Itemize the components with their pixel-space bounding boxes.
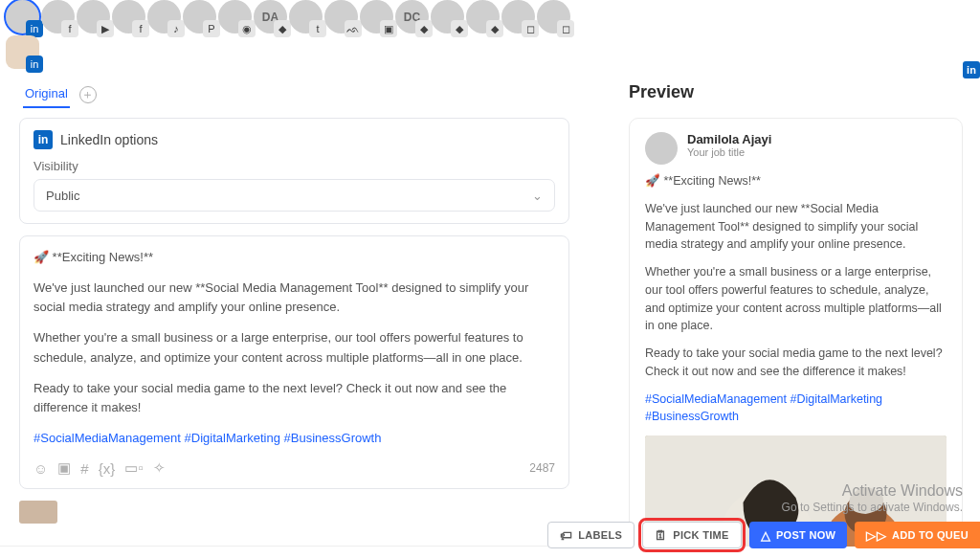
preview-paragraph: We've just launched our new **Social Med… — [645, 200, 947, 254]
account-avatar[interactable]: ◻ — [537, 0, 570, 33]
visibility-select[interactable]: Public ⌄ — [33, 179, 555, 212]
linkedin-icon: in — [33, 130, 53, 149]
account-avatar[interactable]: f — [112, 0, 145, 33]
preview-heading: Preview — [629, 75, 963, 118]
preview-avatar — [645, 132, 678, 165]
account-avatar[interactable]: ◉ — [218, 0, 252, 33]
editor-toolbar: ☺ ▣ # {x} ▭▫ ✧ 2487 — [33, 459, 555, 477]
account-avatar[interactable]: ◻ — [501, 0, 535, 33]
account-avatar[interactable]: P — [183, 0, 216, 33]
preview-name: Damilola Ajayi — [687, 132, 771, 146]
instagram-icon: ◻ — [557, 20, 574, 37]
chevron-down-icon: ⌄ — [532, 189, 543, 203]
flipboard-icon: ▣ — [380, 20, 397, 37]
facebook-icon: f — [132, 20, 149, 37]
post-now-button[interactable]: △ POST NOW — [749, 522, 848, 548]
add-to-queue-button[interactable]: ▷▷ ADD TO QUEU — [855, 522, 980, 548]
linkedin-badge-icon: in — [963, 61, 980, 78]
preview-hashtags: #SocialMediaManagement #DigitalMarketing… — [645, 391, 947, 427]
tab-original[interactable]: Original — [23, 80, 70, 108]
account-avatar[interactable]: in — [6, 0, 39, 33]
post-editor[interactable]: 🚀 **Exciting News!** We've just launched… — [19, 235, 569, 489]
linkedin-page-avatar[interactable]: in — [6, 35, 39, 69]
visibility-label: Visibility — [33, 159, 555, 173]
reddit-icon: ◉ — [238, 20, 256, 37]
brand-icon: ◆ — [415, 20, 433, 37]
ai-icon[interactable]: ✧ — [153, 459, 166, 477]
emoji-icon[interactable]: ☺ — [33, 460, 48, 477]
account-avatar[interactable]: DC◆ — [395, 0, 429, 33]
hashtag-icon[interactable]: # — [80, 460, 88, 477]
visibility-value: Public — [46, 189, 79, 203]
preview-paragraph: Ready to take your social media game to … — [645, 345, 947, 381]
post-paragraph: Whether you're a small business or a lar… — [33, 328, 555, 367]
preview-subtitle: Your job title — [687, 146, 771, 158]
instagram-icon: ◻ — [522, 20, 539, 37]
account-avatar[interactable]: ᨒ — [324, 0, 358, 33]
post-paragraph: Ready to take your social media game to … — [33, 379, 555, 417]
post-hashtags: #SocialMediaManagement #DigitalMarketing… — [33, 429, 555, 448]
account-avatar[interactable]: ▶ — [77, 0, 110, 33]
char-count: 2487 — [529, 461, 555, 475]
post-headline: 🚀 **Exciting News!** — [33, 248, 555, 267]
watermark-line1: Activate Windows — [782, 481, 963, 502]
action-bar: 🏷 LABELS 🗓 PICK TIME △ POST NOW ▷▷ ADD T… — [547, 518, 980, 552]
image-icon[interactable]: ▣ — [57, 459, 71, 477]
variable-icon[interactable]: {x} — [99, 460, 116, 477]
bluesky-icon: ᨒ — [345, 20, 362, 37]
account-avatar[interactable]: DA◆ — [254, 0, 287, 33]
preview-paragraph: Whether you're a small business or a lar… — [645, 263, 947, 335]
snippet-icon[interactable]: ▭▫ — [124, 459, 143, 477]
account-avatar[interactable]: ▣ — [360, 0, 393, 33]
post-paragraph: We've just launched our new **Social Med… — [33, 279, 555, 317]
linkedin-options-panel: in LinkedIn options Visibility Public ⌄ — [19, 118, 569, 224]
brand-icon: ◆ — [451, 20, 468, 37]
linkedin-options-title: LinkedIn options — [60, 132, 158, 147]
calendar-icon: 🗓 — [655, 528, 667, 543]
warning-icon: △ — [761, 528, 770, 543]
facebook-icon: f — [61, 20, 78, 37]
labels-button[interactable]: 🏷 LABELS — [547, 522, 635, 548]
preview-headline: 🚀 **Exciting News!** — [645, 172, 947, 190]
windows-watermark: Activate Windows Go to Settings to activ… — [782, 481, 963, 516]
youtube-icon: ▶ — [97, 20, 114, 37]
brand-icon: ◆ — [486, 20, 503, 37]
attachment-row — [19, 501, 569, 524]
linkedin-icon: in — [26, 56, 43, 73]
fast-forward-icon: ▷▷ — [866, 528, 886, 543]
tiktok-icon: ♪ — [167, 20, 185, 37]
account-avatar[interactable]: ◆ — [431, 0, 464, 33]
pinterest-icon: P — [203, 20, 220, 37]
tag-icon: 🏷 — [560, 528, 572, 543]
account-avatar[interactable]: t — [289, 0, 323, 33]
brand-icon: ◆ — [274, 20, 291, 37]
account-avatar[interactable]: f — [41, 0, 75, 33]
add-tab-button[interactable]: ＋ — [79, 86, 97, 103]
attachment-thumb[interactable] — [19, 501, 57, 524]
account-avatar[interactable]: ♪ — [147, 0, 181, 33]
pick-time-button[interactable]: 🗓 PICK TIME — [642, 522, 742, 548]
watermark-line2: Go to Settings to activate Windows. — [782, 501, 963, 516]
tumblr-icon: t — [309, 20, 326, 37]
account-avatar[interactable]: ◆ — [466, 0, 500, 33]
account-strip: in f ▶ f ♪ P ◉ DA◆ t ᨒ ▣ DC◆ ◆ ◆ ◻ ◻ — [0, 0, 980, 35]
